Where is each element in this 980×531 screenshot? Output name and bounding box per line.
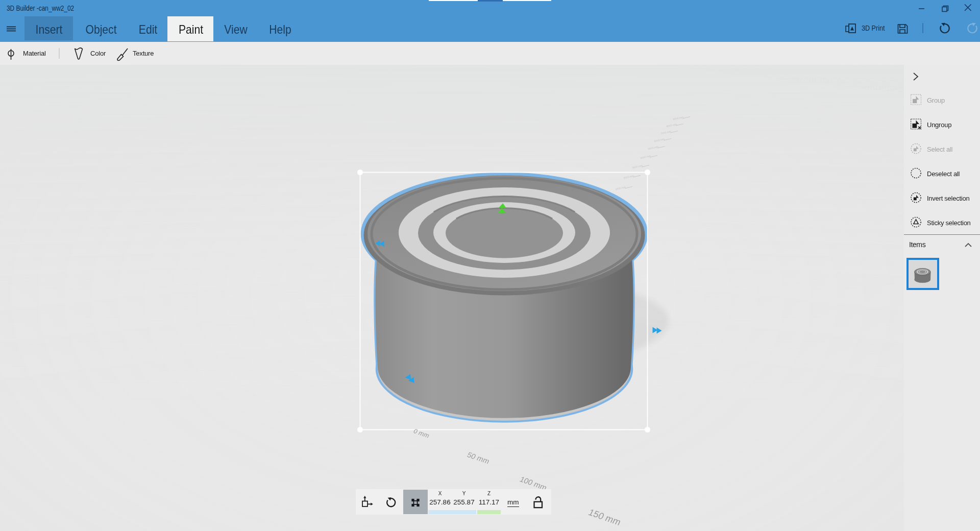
svg-text:2000 mm: 2000 mm (623, 174, 634, 180)
svg-text:4000 mm: 4000 mm (640, 154, 651, 160)
svg-text:9000 mm: 9000 mm (673, 115, 684, 121)
svg-text:7000 mm: 7000 mm (660, 130, 672, 135)
svg-text:3000 mm: 3000 mm (632, 164, 643, 170)
svg-text:5000 mm: 5000 mm (648, 145, 659, 151)
svg-text:1000 mm: 1000 mm (615, 185, 626, 191)
svg-text:6000 mm: 6000 mm (654, 137, 665, 143)
svg-text:8000 mm: 8000 mm (666, 123, 677, 128)
